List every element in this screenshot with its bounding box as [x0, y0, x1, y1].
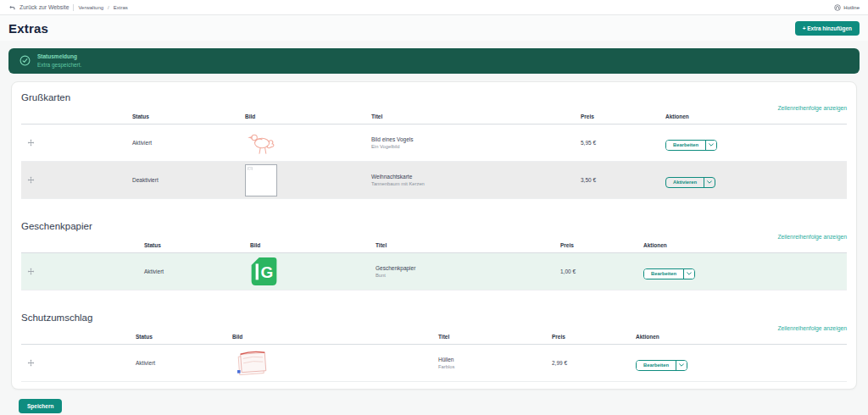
row-title: Weihnachtskarte: [371, 174, 581, 180]
col-titel: Titel: [376, 242, 560, 248]
check-circle-icon: [19, 54, 31, 65]
move-cross-icon[interactable]: [25, 267, 36, 277]
headset-circle-icon: [834, 4, 841, 11]
table-row: Deaktiviert Weihnachtskarte Tannenbaum m…: [21, 162, 847, 199]
activate-button[interactable]: Aktivieren: [666, 178, 704, 187]
row-subtitle: Ein Vogelbild: [371, 144, 581, 149]
col-preis: Preis: [560, 242, 643, 248]
edit-button[interactable]: Bearbeiten: [637, 361, 676, 370]
table-row: Aktiviert G Geschenkpapier Bunt 1,00 € B…: [21, 253, 847, 290]
action-split-button: Bearbeiten: [665, 140, 717, 151]
back-arrow-icon: [8, 4, 15, 11]
col-aktionen: Aktionen: [643, 242, 847, 248]
section-grusskarten: Grußkarten Zeilenreihenfolge anzeigen St…: [21, 92, 847, 199]
breadcrumb-page: Extras: [114, 5, 128, 10]
broken-image-icon: [248, 167, 253, 172]
row-price: 3,50 €: [581, 177, 665, 183]
col-preis: Preis: [581, 113, 665, 119]
edit-button[interactable]: Bearbeiten: [644, 269, 683, 279]
table-header-row: Status Bild Titel Preis Aktionen: [21, 242, 847, 253]
missing-image-placeholder: [245, 164, 371, 196]
breadcrumb-section[interactable]: Verwaltung: [78, 5, 103, 10]
green-g-logo: G: [250, 256, 376, 287]
plastic-sleeves-image: [232, 349, 438, 378]
row-status: Deaktiviert: [132, 177, 245, 183]
col-status: Status: [132, 113, 245, 119]
page-title: Extras: [8, 21, 48, 36]
row-status: Aktiviert: [144, 268, 250, 274]
action-split-button: Aktivieren: [665, 177, 715, 188]
col-aktionen: Aktionen: [665, 113, 847, 119]
section-title: Geschenkpapier: [21, 221, 847, 231]
row-price: 1,00 €: [560, 268, 643, 274]
bird-sketch-image: [245, 129, 371, 158]
extras-card: Grußkarten Zeilenreihenfolge anzeigen St…: [11, 81, 857, 390]
page-header: Extras + Extra hinzufügen: [0, 15, 868, 41]
row-status: Aktiviert: [136, 360, 232, 366]
topbar-divider: [73, 4, 74, 11]
chevron-down-icon[interactable]: [683, 269, 694, 279]
hotline-label: Hotline: [843, 5, 860, 10]
move-cross-icon[interactable]: [25, 138, 36, 148]
table-row: Aktiviert Hüllen Farblos 2,99 €: [21, 345, 847, 382]
banner-title: Statusmeldung: [37, 53, 81, 59]
move-cross-icon[interactable]: [25, 175, 36, 185]
section-title: Grußkarten: [21, 92, 847, 102]
chevron-down-icon[interactable]: [704, 178, 715, 187]
chevron-down-icon[interactable]: [705, 141, 716, 150]
col-status: Status: [144, 242, 250, 248]
col-status: Status: [136, 334, 232, 340]
edit-button[interactable]: Bearbeiten: [666, 141, 705, 150]
action-split-button: Bearbeiten: [643, 268, 695, 279]
chevron-down-icon[interactable]: [676, 361, 687, 370]
col-bild: Bild: [245, 113, 371, 119]
svg-text:G: G: [260, 263, 273, 281]
col-bild: Bild: [250, 242, 376, 248]
row-status: Aktiviert: [132, 140, 245, 146]
row-price: 2,99 €: [552, 360, 636, 366]
row-subtitle: Farblos: [438, 364, 552, 369]
row-title: Hüllen: [438, 357, 552, 362]
back-to-website-link[interactable]: Zurück zur Website: [19, 4, 69, 10]
row-order-link[interactable]: Zeilenreihenfolge anzeigen: [777, 105, 847, 111]
save-button[interactable]: Speichern: [19, 399, 62, 413]
col-titel: Titel: [371, 113, 581, 119]
row-price: 5,95 €: [581, 140, 665, 146]
section-geschenkpapier: Geschenkpapier Zeilenreihenfolge anzeige…: [21, 221, 847, 290]
col-bild: Bild: [232, 334, 438, 340]
status-banner: Statusmeldung Extra gespeichert.: [8, 48, 860, 74]
banner-message: Extra gespeichert.: [37, 62, 81, 68]
breadcrumb-separator: /: [108, 5, 109, 10]
table-row: Aktiviert Bild eines Vogels Ein Vogelbil…: [21, 125, 847, 162]
col-titel: Titel: [438, 334, 552, 340]
col-aktionen: Aktionen: [636, 334, 847, 340]
topbar: Zurück zur Website Verwaltung / Extras H…: [0, 0, 868, 15]
table-header-row: Status Bild Titel Preis Aktionen: [21, 334, 847, 345]
hotline-button[interactable]: Hotline: [834, 4, 860, 11]
table-header-row: Status Bild Titel Preis Aktionen: [21, 113, 847, 125]
row-order-link[interactable]: Zeilenreihenfolge anzeigen: [777, 325, 847, 331]
row-title: Bild eines Vogels: [371, 136, 581, 142]
row-order-link[interactable]: Zeilenreihenfolge anzeigen: [777, 234, 847, 240]
col-preis: Preis: [552, 334, 636, 340]
row-title: Geschenkpapier: [376, 265, 560, 271]
section-title: Schutzumschlag: [21, 313, 847, 323]
row-subtitle: Tannenbaum mit Kerzen: [371, 181, 581, 186]
move-cross-icon[interactable]: [25, 358, 36, 368]
action-split-button: Bearbeiten: [636, 360, 687, 371]
add-extra-button[interactable]: + Extra hinzufügen: [795, 21, 860, 36]
section-schutzumschlag: Schutzumschlag Zeilenreihenfolge anzeige…: [21, 313, 847, 382]
row-subtitle: Bunt: [376, 273, 560, 278]
